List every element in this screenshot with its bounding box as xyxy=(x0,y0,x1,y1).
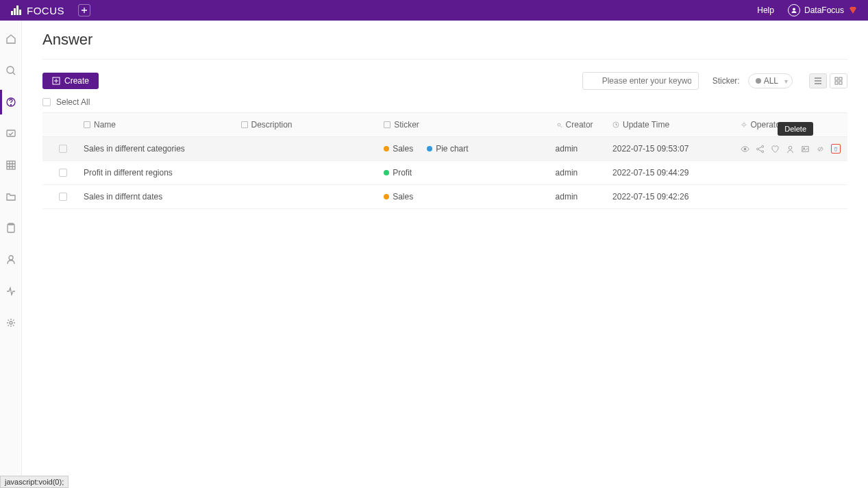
view-icon[interactable] xyxy=(741,144,750,154)
sidebar-activity[interactable] xyxy=(0,283,22,300)
link-icon[interactable] xyxy=(816,144,826,154)
sticker-filter-dropdown[interactable]: ALL xyxy=(748,73,793,88)
svg-rect-19 xyxy=(839,82,842,84)
svg-point-4 xyxy=(793,8,795,11)
sidebar-search[interactable] xyxy=(0,62,22,79)
create-button-label: Create xyxy=(64,76,89,86)
svg-point-5 xyxy=(7,66,14,73)
page-title: Answer xyxy=(42,31,847,60)
help-link[interactable]: Help xyxy=(757,5,774,15)
svg-rect-16 xyxy=(835,77,838,80)
logo-text: FOCUS xyxy=(27,5,64,16)
svg-rect-0 xyxy=(11,11,13,15)
svg-rect-9 xyxy=(7,161,15,169)
svg-point-23 xyxy=(744,148,746,150)
svg-point-20 xyxy=(558,123,560,126)
tag-dot-icon xyxy=(427,146,432,151)
filter-icon[interactable] xyxy=(241,121,248,128)
table-row[interactable]: Profit in different regions Profit admin… xyxy=(42,161,847,185)
sidebar-clipboard[interactable] xyxy=(0,220,22,236)
sidebar-answer[interactable] xyxy=(0,94,22,110)
logo-icon xyxy=(10,4,23,16)
svg-rect-3 xyxy=(19,10,21,15)
search-wrapper xyxy=(582,72,699,90)
sticker-filter-label: Sticker: xyxy=(712,76,740,86)
svg-point-13 xyxy=(10,321,12,324)
sticker-label: Pie chart xyxy=(436,144,468,154)
sticker-tag: Profit xyxy=(384,168,412,178)
sidebar-home[interactable] xyxy=(0,31,22,47)
delete-tooltip: Delete xyxy=(778,122,813,136)
filter-icon[interactable] xyxy=(384,121,390,128)
row-checkbox[interactable] xyxy=(59,169,67,177)
sticker-filter-value: ALL xyxy=(764,76,778,86)
sidebar-dashboard[interactable] xyxy=(0,125,22,142)
sidebar-folder[interactable] xyxy=(0,188,22,205)
share-icon[interactable] xyxy=(756,144,765,154)
row-checkbox[interactable] xyxy=(59,193,67,201)
top-bar: FOCUS Help DataFocus xyxy=(0,0,868,21)
row-actions xyxy=(741,144,841,154)
delete-icon[interactable] xyxy=(831,144,841,154)
clock-icon[interactable] xyxy=(612,121,619,128)
column-description-header[interactable]: Description xyxy=(251,120,293,130)
sticker-tag: Sales xyxy=(384,192,413,202)
new-tab-button[interactable] xyxy=(78,4,90,16)
svg-point-24 xyxy=(756,148,758,150)
filter-icon[interactable] xyxy=(84,121,90,128)
create-button[interactable]: Create xyxy=(42,73,99,89)
select-all-checkbox[interactable] xyxy=(42,98,51,106)
svg-rect-17 xyxy=(839,77,842,80)
row-checkbox[interactable] xyxy=(59,145,67,153)
list-view-toggle[interactable] xyxy=(809,73,827,88)
row-name-link[interactable]: Profit in different regions xyxy=(84,168,173,178)
svg-rect-8 xyxy=(7,130,15,136)
sidebar xyxy=(0,21,22,488)
user-menu[interactable]: DataFocus xyxy=(788,4,858,16)
row-name-link[interactable]: Sales in differnt dates xyxy=(84,192,162,202)
row-creator: admin xyxy=(556,168,578,178)
sidebar-settings[interactable] xyxy=(0,315,22,331)
column-name-header[interactable]: Name xyxy=(94,120,116,130)
tag-dot-icon xyxy=(384,146,389,151)
view-toggles xyxy=(809,73,847,88)
sticker-tag: Sales xyxy=(384,144,413,154)
search-input[interactable] xyxy=(582,72,699,90)
user-icon[interactable] xyxy=(786,144,795,154)
table-row[interactable]: Delete Sales in different categories Sal… xyxy=(42,137,847,161)
app-logo[interactable]: FOCUS xyxy=(10,4,64,16)
user-avatar-icon xyxy=(788,4,800,16)
svg-point-27 xyxy=(789,146,792,149)
row-creator: admin xyxy=(556,192,578,202)
toolbar: Create Sticker: ALL xyxy=(42,72,847,90)
tag-dot-icon xyxy=(384,170,389,175)
sticker-label: Sales xyxy=(393,144,413,154)
row-time: 2022-07-15 09:42:26 xyxy=(612,192,689,202)
diamond-icon xyxy=(848,5,858,15)
svg-rect-1 xyxy=(14,8,16,15)
sticker-label: Sales xyxy=(393,192,413,202)
svg-point-22 xyxy=(743,123,745,126)
svg-rect-2 xyxy=(16,5,18,15)
sidebar-users[interactable] xyxy=(0,252,22,268)
sort-icon[interactable] xyxy=(556,121,562,128)
row-name-link[interactable]: Sales in different categories xyxy=(84,144,185,154)
sticker-label: Profit xyxy=(393,168,412,178)
table-header: Name Description Sticker Creator Update … xyxy=(42,112,847,137)
tag-dot-icon xyxy=(384,194,389,199)
column-creator-header[interactable]: Creator xyxy=(566,120,593,130)
grid-view-toggle[interactable] xyxy=(830,73,847,88)
sidebar-table[interactable] xyxy=(0,157,22,173)
svg-point-7 xyxy=(10,105,11,106)
table-row[interactable]: Sales in differnt dates Sales admin 2022… xyxy=(42,185,847,209)
row-time: 2022-07-15 09:44:29 xyxy=(612,168,689,178)
image-icon[interactable] xyxy=(801,144,810,154)
column-sticker-header[interactable]: Sticker xyxy=(394,120,419,130)
favorite-icon[interactable] xyxy=(771,144,780,154)
row-creator: admin xyxy=(556,144,578,154)
select-all-row: Select All xyxy=(42,95,847,112)
column-time-header[interactable]: Update Time xyxy=(623,120,669,130)
svg-rect-10 xyxy=(8,224,14,232)
user-name: DataFocus xyxy=(804,5,844,15)
svg-point-25 xyxy=(762,145,764,147)
